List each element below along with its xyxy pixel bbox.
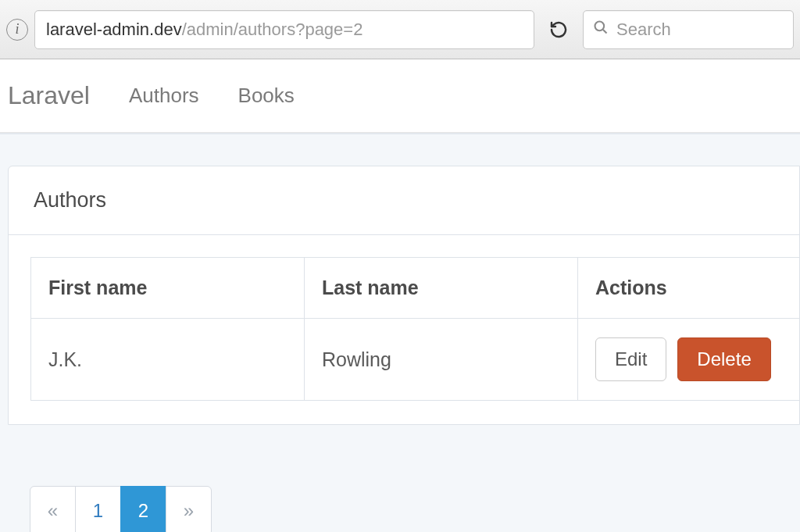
browser-search-box[interactable] <box>583 10 794 49</box>
authors-panel: Authors First name Last name Actions J.K… <box>8 166 800 425</box>
delete-button[interactable]: Delete <box>677 337 770 381</box>
pagination: « 1 2 » <box>30 486 800 532</box>
browser-search-input[interactable] <box>616 20 784 40</box>
address-bar[interactable]: laravel-admin.dev/admin/authors?page=2 <box>34 10 534 49</box>
site-info-icon[interactable]: i <box>6 19 28 41</box>
col-header-last-name: Last name <box>305 258 578 319</box>
nav-link-books[interactable]: Books <box>238 84 295 108</box>
col-header-actions: Actions <box>578 258 800 319</box>
authors-table: First name Last name Actions J.K. Rowlin… <box>30 257 799 401</box>
svg-line-1 <box>603 30 607 34</box>
cell-actions: Edit Delete <box>578 319 800 401</box>
page-1[interactable]: 1 <box>75 486 121 532</box>
brand-logo[interactable]: Laravel <box>8 81 90 110</box>
svg-point-0 <box>595 22 605 31</box>
page-next[interactable]: » <box>166 486 212 532</box>
url-host: laravel-admin.dev <box>46 20 182 39</box>
reload-button[interactable] <box>541 12 577 48</box>
url-path: /admin/authors?page=2 <box>182 20 363 39</box>
panel-title: Authors <box>9 166 799 235</box>
table-row: J.K. Rowling Edit Delete <box>31 319 800 401</box>
page-2[interactable]: 2 <box>120 486 166 532</box>
panel-body: First name Last name Actions J.K. Rowlin… <box>9 235 799 424</box>
app-navbar: Laravel Authors Books <box>0 59 800 133</box>
table-header-row: First name Last name Actions <box>31 258 800 319</box>
cell-first-name: J.K. <box>31 319 305 401</box>
search-icon <box>593 20 609 39</box>
page-prev[interactable]: « <box>30 486 76 532</box>
col-header-first-name: First name <box>31 258 305 319</box>
reload-icon <box>549 20 568 39</box>
cell-last-name: Rowling <box>305 319 578 401</box>
page-body: Authors First name Last name Actions J.K… <box>0 133 800 532</box>
nav-link-authors[interactable]: Authors <box>129 84 199 108</box>
edit-button[interactable]: Edit <box>595 337 666 381</box>
browser-toolbar: i laravel-admin.dev/admin/authors?page=2 <box>0 0 800 59</box>
url-text: laravel-admin.dev/admin/authors?page=2 <box>46 20 362 40</box>
